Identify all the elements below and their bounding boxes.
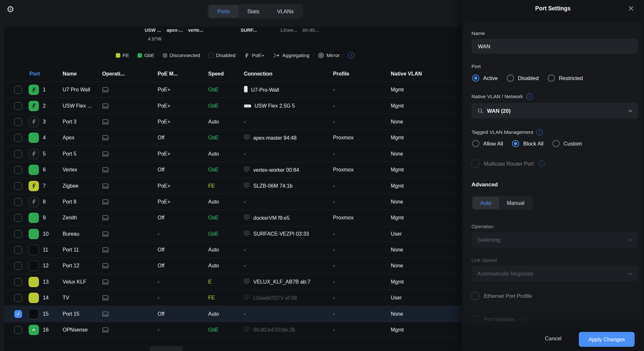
port-status-icon <box>29 229 39 239</box>
table-row[interactable]: 12 Port 12 Off Auto - - None <box>4 258 464 274</box>
table-row[interactable]: 14 TV - FE LGwebOSTV ef:08 - User <box>4 290 464 306</box>
tab-vlans[interactable]: VLANs <box>268 5 302 18</box>
table-row[interactable]: 5 Port 5 PoE+ Auto - - None <box>4 146 464 162</box>
connected-device-icon <box>244 326 250 333</box>
row-checkbox[interactable] <box>14 230 22 238</box>
connected-device-icon <box>244 135 250 141</box>
mode-auto[interactable]: Auto <box>472 197 499 209</box>
row-checkbox[interactable] <box>14 198 22 206</box>
connection-cell: 00:d0:b4:03:be:2b <box>244 326 295 333</box>
port-status-icon <box>29 181 39 191</box>
close-icon[interactable] <box>628 5 634 12</box>
tagged-vlan-custom[interactable]: Custom <box>553 140 582 147</box>
connected-device-label: USW ... <box>145 28 161 33</box>
settings-gear-icon[interactable]: ⚙ <box>6 5 14 14</box>
poe-mode-value: Off <box>158 263 164 269</box>
row-checkbox[interactable] <box>14 214 22 222</box>
connection-cell: - <box>244 247 245 253</box>
operation-label: Operation <box>471 224 494 229</box>
row-checkbox[interactable] <box>14 166 22 174</box>
column-header-port[interactable]: Port <box>30 67 40 81</box>
link-speed-value: Automatically Negotiate <box>477 271 533 277</box>
table-row[interactable]: 3 Port 3 PoE+ Auto - - None <box>4 114 464 130</box>
tagged-vlan-allow-all[interactable]: Allow All <box>472 140 503 147</box>
partially-visible-button[interactable] <box>150 346 183 351</box>
table-row[interactable]: 9 Zenith Off GbE dockerVM f9:e5 Proxmox … <box>4 210 464 226</box>
tagged-vlan-label-text: Tagged VLAN Management <box>471 129 533 135</box>
column-header-poe-mode[interactable]: PoE M... <box>158 67 178 81</box>
speed-value: E <box>208 279 212 285</box>
native-vlan-info-icon[interactable]: i <box>526 93 533 100</box>
table-row[interactable]: 4 Apex Off GbE apex-master 94:48 Proxmox… <box>4 130 464 146</box>
tab-ports[interactable]: Ports <box>209 5 239 18</box>
name-input[interactable] <box>471 39 638 54</box>
row-checkbox[interactable] <box>14 102 22 110</box>
ethernet-port-profile-checkbox[interactable] <box>471 292 479 300</box>
table-row[interactable]: 10 Bureau - GbE SURFACE-VEZPI 03:33 - Us… <box>4 226 464 242</box>
ports-table-body: 1 U7 Pro Wall PoE+ GbE U7-Pro-Wall - Mgm… <box>4 82 464 338</box>
port-state-active[interactable]: Active <box>472 75 498 82</box>
cancel-button[interactable]: Cancel <box>542 335 565 342</box>
port-status-icon <box>29 261 39 271</box>
native-vlan-select[interactable]: WAN (20) <box>471 103 638 119</box>
port-isolation-checkbox[interactable] <box>471 315 479 323</box>
connected-device-icon <box>244 278 250 285</box>
native-vlan-value: Mgmt <box>391 167 404 173</box>
column-header-speed[interactable]: Speed <box>208 67 224 81</box>
row-checkbox[interactable] <box>14 118 22 126</box>
poe-mode-value: - <box>158 231 159 237</box>
tagged-vlan-block-all[interactable]: Block All <box>512 140 543 147</box>
row-checkbox[interactable] <box>14 294 22 302</box>
profile-value: - <box>333 295 335 301</box>
tab-stats[interactable]: Stats <box>239 5 268 18</box>
switching-operation-icon <box>102 215 109 221</box>
tagged-vlan-info-icon[interactable]: i <box>536 129 543 135</box>
column-header-native-vlan[interactable]: Native VLAN <box>391 67 422 81</box>
port-isolation-info-icon[interactable]: i <box>519 316 526 322</box>
ethernet-port-profile-row: Ethernet Port Profile <box>471 292 532 300</box>
row-checkbox[interactable] <box>14 182 22 190</box>
table-row[interactable]: 7 Zigbee PoE+ FE SLZB-06M 74:1b - Mgmt <box>4 178 464 193</box>
table-row[interactable]: 2 USW Flex ... PoE+ GbE USW Flex 2.5G 5 … <box>4 98 464 113</box>
row-checkbox[interactable] <box>14 150 22 158</box>
switching-operation-icon <box>102 151 109 157</box>
name-label: Name <box>471 30 485 36</box>
table-row[interactable]: 6 Vertex Off GbE vertex-worker 00:84 Pro… <box>4 162 464 178</box>
table-row[interactable]: 8 Port 8 PoE+ Auto - - None <box>4 194 464 210</box>
column-header-operation[interactable]: Operati... <box>102 67 125 81</box>
port-name: Port 11 <box>63 247 79 253</box>
row-checkbox[interactable] <box>14 262 22 270</box>
table-row[interactable]: 1 U7 Pro Wall PoE+ GbE U7-Pro-Wall - Mgm… <box>4 82 464 98</box>
row-checkbox[interactable] <box>14 86 22 94</box>
row-checkbox[interactable] <box>14 246 22 254</box>
port-state-disabled[interactable]: Disabled <box>507 75 539 82</box>
native-vlan-value: Mgmt <box>391 103 404 109</box>
table-row[interactable]: ✓ 15 Port 15 Off Auto - - None <box>4 306 464 322</box>
table-row[interactable]: 11 Port 11 Off Auto - - None <box>4 242 464 258</box>
row-checkbox[interactable]: ✓ <box>14 310 22 318</box>
column-header-connection[interactable]: Connection <box>244 67 272 81</box>
port-number: 7 <box>43 183 46 189</box>
switching-operation-icon <box>102 279 109 285</box>
native-vlan-value: Mgmt <box>391 279 404 285</box>
ethernet-port-profile-label: Ethernet Port Profile <box>484 293 532 299</box>
row-checkbox[interactable] <box>14 326 22 334</box>
port-isolation-label: Port Isolation <box>484 316 515 322</box>
connection-cell: - <box>244 263 245 269</box>
multicast-info-icon[interactable]: i <box>538 160 545 167</box>
apply-changes-button[interactable]: Apply Changes <box>579 332 635 347</box>
column-header-profile[interactable]: Profile <box>333 67 349 81</box>
table-row[interactable]: 16 OPNsense - GbE 00:d0:b4:03:be:2b - Mg… <box>4 322 464 338</box>
connected-device-label: LGwe... <box>280 28 297 33</box>
row-checkbox[interactable] <box>14 134 22 142</box>
row-checkbox[interactable] <box>14 278 22 286</box>
legend-info-icon[interactable]: i <box>348 52 354 59</box>
port-status-icon <box>29 293 39 303</box>
table-row[interactable]: 13 Velux KLF - E VELUX_KLF_AB7B ab:7 - M… <box>4 274 464 290</box>
column-header-name[interactable]: Name <box>63 67 77 81</box>
port-name: USW Flex ... <box>63 103 92 109</box>
mode-manual[interactable]: Manual <box>499 197 532 209</box>
poe-bolt-icon <box>244 53 250 58</box>
connection-name: SLZB-06M 74:1b <box>253 183 292 189</box>
port-state-restricted[interactable]: Restricted <box>548 75 583 82</box>
